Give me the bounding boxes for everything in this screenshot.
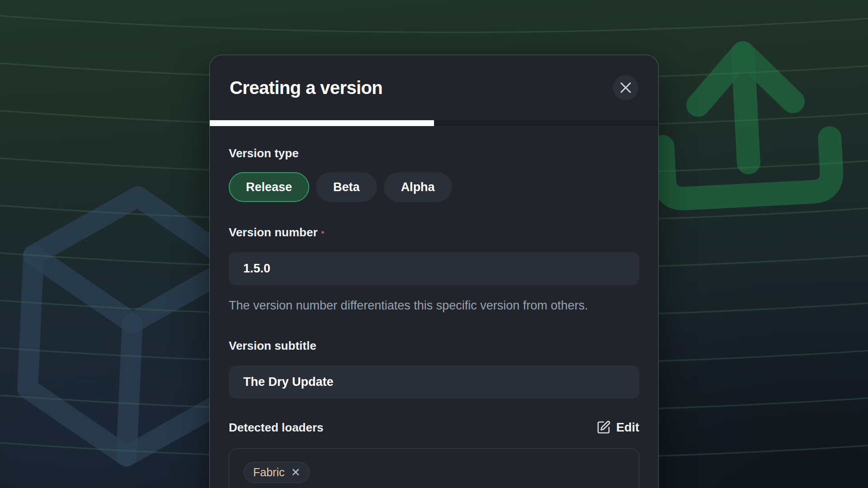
version-type-label: Version type bbox=[229, 146, 639, 160]
version-type-release-button[interactable]: Release bbox=[229, 172, 309, 202]
loader-tag-label: Fabric bbox=[253, 466, 284, 479]
create-version-modal: Creating a version Version type Release … bbox=[209, 55, 659, 488]
detected-loaders-box: Fabric ✕ bbox=[229, 448, 639, 488]
detected-loaders-label: Detected loaders bbox=[229, 421, 324, 435]
detected-loaders-row: Detected loaders Edit bbox=[229, 420, 639, 435]
edit-loaders-button[interactable]: Edit bbox=[596, 420, 639, 435]
version-number-input[interactable] bbox=[229, 252, 639, 285]
version-type-group: Release Beta Alpha bbox=[229, 172, 639, 202]
version-number-section: Version number* The version number diffe… bbox=[229, 225, 639, 315]
version-subtitle-section: Version subtitle bbox=[229, 339, 639, 399]
version-type-beta-button[interactable]: Beta bbox=[316, 172, 377, 202]
required-asterisk: * bbox=[321, 230, 324, 238]
version-subtitle-input[interactable] bbox=[229, 366, 639, 399]
progress-track bbox=[210, 120, 658, 126]
close-button[interactable] bbox=[613, 75, 638, 100]
version-subtitle-label: Version subtitle bbox=[229, 339, 639, 353]
remove-loader-button[interactable]: ✕ bbox=[291, 467, 300, 478]
loader-tag-fabric: Fabric ✕ bbox=[244, 462, 310, 483]
modal-header: Creating a version bbox=[210, 55, 658, 120]
edit-pencil-icon bbox=[596, 420, 611, 435]
edit-button-label: Edit bbox=[616, 421, 639, 435]
version-number-help: The version number differentiates this s… bbox=[229, 296, 627, 315]
screen: Creating a version Version type Release … bbox=[0, 0, 868, 488]
modal-title: Creating a version bbox=[230, 78, 382, 98]
close-icon bbox=[620, 82, 632, 94]
version-number-label: Version number bbox=[229, 225, 318, 239]
progress-fill bbox=[210, 120, 434, 126]
modal-body: Version type Release Beta Alpha Version … bbox=[210, 126, 658, 488]
version-type-alpha-button[interactable]: Alpha bbox=[384, 172, 452, 202]
